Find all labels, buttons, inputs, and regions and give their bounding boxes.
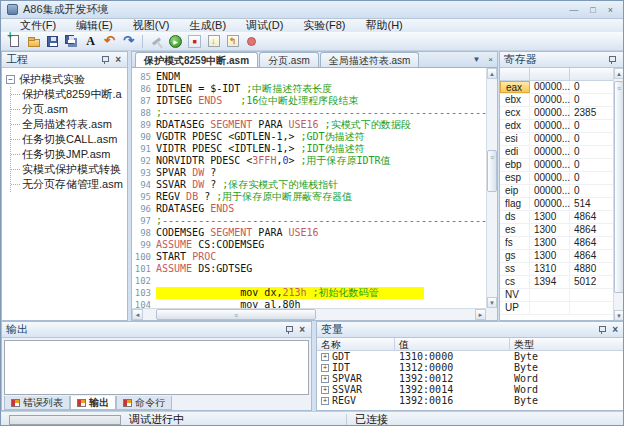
pin-icon[interactable]: [101, 55, 109, 64]
output-tab[interactable]: 错误列表: [4, 396, 70, 410]
tab-close-icon[interactable]: ×: [484, 55, 497, 64]
open-file-icon[interactable]: [24, 33, 43, 50]
variable-row[interactable]: +IDT1312:0000Byte: [317, 362, 624, 373]
editor-vertical-scrollbar[interactable]: ▲ ▼: [486, 68, 497, 308]
scroll-up-icon[interactable]: ▲: [614, 68, 624, 79]
step-out-icon[interactable]: ↰: [223, 33, 242, 50]
code-line[interactable]: 98CODEMSEG SEGMENT PARA USE16: [132, 227, 486, 239]
register-row[interactable]: eip00000...0: [500, 185, 624, 198]
tree-item[interactable]: 全局描述符表.asm: [11, 117, 127, 132]
code-line[interactable]: 86IDTLEN = $-IDT ;中断描述符表长度: [132, 83, 486, 95]
scroll-up-icon[interactable]: ▲: [487, 68, 497, 79]
code-line[interactable]: 101ASSUME DS:GDTSEG: [132, 263, 486, 275]
save-icon[interactable]: [43, 33, 62, 50]
scroll-thumb[interactable]: ≡: [156, 309, 316, 320]
register-row[interactable]: edx00000...0: [500, 120, 624, 133]
editor-tab[interactable]: 全局描述符表.asm: [320, 52, 420, 67]
scroll-down-icon[interactable]: ▼: [614, 310, 624, 321]
pin-icon[interactable]: [598, 325, 606, 334]
column-header[interactable]: 名称: [317, 338, 395, 351]
new-file-icon[interactable]: [5, 33, 24, 50]
variable-row[interactable]: +REGV1392:0016Byte: [317, 395, 624, 406]
expand-icon[interactable]: +: [321, 353, 329, 361]
pin-icon[interactable]: [285, 325, 293, 334]
tree-item[interactable]: 分页.asm: [11, 102, 127, 117]
restore-button[interactable]: □: [590, 5, 595, 15]
menu-item[interactable]: 实验(F8): [294, 19, 354, 32]
tree-item[interactable]: 任务切换JMP.asm: [11, 147, 127, 162]
register-row[interactable]: cs13945012: [500, 276, 624, 289]
tree-item[interactable]: 无分页存储管理.asm: [11, 177, 127, 192]
menu-item[interactable]: 调试(D): [237, 19, 292, 32]
step-into-icon[interactable]: ↓: [204, 33, 223, 50]
register-row[interactable]: gs13004864: [500, 250, 624, 263]
variable-row[interactable]: +SPVAR1392:0012Word: [317, 373, 624, 384]
variable-row[interactable]: +SSVAR1392:0014Word: [317, 384, 624, 395]
editor-tab[interactable]: 保护模式8259中断.asm: [135, 52, 258, 67]
register-row[interactable]: esi00000...0: [500, 133, 624, 146]
output-tab[interactable]: 输出: [70, 396, 116, 410]
code-line[interactable]: 99ASSUME CS:CODEMSEG: [132, 239, 486, 251]
column-header[interactable]: 值: [395, 338, 510, 351]
variable-row[interactable]: +GDT1310:0000Byte: [317, 351, 624, 362]
register-row[interactable]: eax00000...0: [500, 81, 624, 94]
collapse-icon[interactable]: −: [6, 75, 15, 84]
close-icon[interactable]: ×: [297, 325, 307, 335]
register-row[interactable]: NV: [500, 289, 624, 302]
scroll-left-icon[interactable]: ◄: [132, 309, 143, 320]
tree-root[interactable]: − 保护模式实验: [6, 72, 127, 87]
build-icon[interactable]: [147, 33, 166, 50]
run-icon[interactable]: ▶: [166, 33, 185, 50]
register-row[interactable]: edi00000...0: [500, 146, 624, 159]
expand-icon[interactable]: +: [321, 364, 329, 372]
code-line[interactable]: 91VIDTR PDESC <IDTLEN-1,> ;IDT伪描述符: [132, 143, 486, 155]
menu-item[interactable]: 帮助(H): [357, 19, 412, 32]
output-tab[interactable]: 命令行: [116, 396, 172, 410]
menu-item[interactable]: 生成(B): [180, 19, 235, 32]
tree-item[interactable]: 保护模式8259中断.a: [11, 87, 127, 102]
register-row[interactable]: es13004864: [500, 224, 624, 237]
code-view[interactable]: 85ENDM86IDTLEN = $-IDT ;中断描述符表长度87IDTSEG…: [132, 68, 486, 308]
expand-icon[interactable]: +: [321, 386, 329, 394]
stop-icon[interactable]: ■: [185, 33, 204, 50]
code-line[interactable]: 92NORVIDTR PDESC <3FFH,0> ;用于保存原IDTR值: [132, 155, 486, 167]
menu-item[interactable]: 视图(V): [124, 19, 179, 32]
output-content[interactable]: [4, 340, 309, 395]
expand-icon[interactable]: +: [321, 397, 329, 405]
scroll-thumb[interactable]: [487, 150, 497, 192]
register-row[interactable]: ds13004864: [500, 211, 624, 224]
code-line[interactable]: 89RDATASEG SEGMENT PARA USE16 ;实模式下的数据段: [132, 119, 486, 131]
redo-icon[interactable]: ↷: [119, 33, 138, 50]
scroll-down-icon[interactable]: ▼: [487, 297, 497, 308]
editor-tab[interactable]: 分页.asm: [259, 52, 319, 67]
tree-item[interactable]: 任务切换CALL.asm: [11, 132, 127, 147]
register-row[interactable]: UP: [500, 302, 624, 315]
code-line[interactable]: 103 mov dx,213h ;初始化数码管: [132, 287, 486, 299]
code-line[interactable]: 100START PROC: [132, 251, 486, 263]
code-line[interactable]: 96RDATASEG ENDS: [132, 203, 486, 215]
menu-item[interactable]: 编辑(E): [67, 19, 122, 32]
register-row[interactable]: ebp00000...0: [500, 159, 624, 172]
breakpoint-icon[interactable]: [242, 33, 261, 50]
minimize-button[interactable]: —: [569, 5, 578, 15]
close-button[interactable]: ×: [608, 5, 613, 15]
code-line[interactable]: 102: [132, 275, 486, 287]
scroll-right-icon[interactable]: ►: [475, 309, 486, 320]
code-line[interactable]: 87IDTSEG ENDS ;16位中断处理程序段结束: [132, 95, 486, 107]
scroll-thumb[interactable]: [614, 81, 624, 293]
registers-scrollbar[interactable]: ▲ ▼: [613, 68, 624, 321]
undo-icon[interactable]: ↶: [100, 33, 119, 50]
close-icon[interactable]: ×: [610, 325, 620, 335]
font-icon[interactable]: A: [81, 33, 100, 50]
save-all-icon[interactable]: [62, 33, 81, 50]
register-row[interactable]: esp00000...0: [500, 172, 624, 185]
menu-item[interactable]: 文件(F): [11, 19, 65, 32]
code-line[interactable]: 97;-------------------------------------…: [132, 215, 486, 227]
close-icon[interactable]: ×: [113, 55, 123, 65]
register-row[interactable]: ecx00000...2385: [500, 107, 624, 120]
register-row[interactable]: ebx00000...0: [500, 94, 624, 107]
column-header[interactable]: 类型: [510, 338, 624, 351]
code-line[interactable]: 88;-------------------------------------…: [132, 107, 486, 119]
tree-item[interactable]: 实模式保护模式转换: [11, 162, 127, 177]
code-line[interactable]: 90VGDTR PDESC <GDTLEN-1,> ;GDT伪描述符: [132, 131, 486, 143]
